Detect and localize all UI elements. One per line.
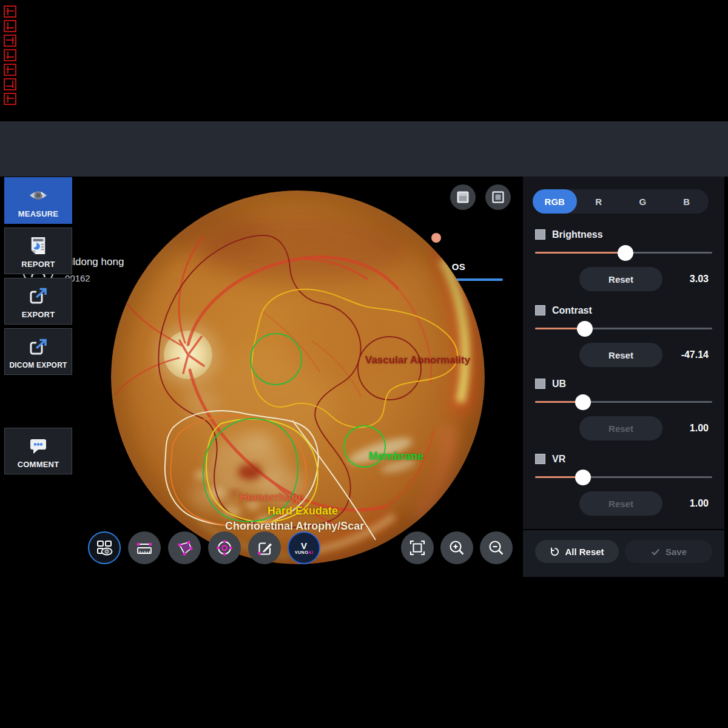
ruler-icon [135,539,153,557]
sidebar-item-measure[interactable]: MEASURE [4,177,72,224]
slider-section-contrast: Contrast Reset -47.14 [535,305,712,372]
slider-fill [535,252,625,254]
tool-length-measure-button[interactable] [128,531,161,564]
ub-checkbox[interactable] [535,379,545,389]
annotation-label-chorioretinal: Chorioretinal Atrophy/Scar [225,520,364,533]
square-frame-icon [491,190,505,204]
export-icon [28,329,49,361]
tool-polygon-roi-button[interactable] [168,531,201,564]
brightness-value: 3.03 [690,267,709,291]
contrast-checkbox[interactable] [535,305,545,315]
channel-tab-g[interactable]: G [621,189,665,214]
save-button[interactable]: Save [625,540,712,563]
fit-screen-button[interactable] [401,531,434,564]
edit-pencil-icon [255,539,274,557]
channel-tab-b[interactable]: B [665,189,709,214]
polygon-icon [175,539,194,557]
all-reset-button[interactable]: All Reset [535,540,619,563]
annotation-label-vascular: Vascular Abnormality [365,354,470,366]
sidebar-item-export[interactable]: EXPORT [4,278,72,325]
overlay-toggle-framed[interactable] [485,184,511,210]
image-marker-dot [431,233,441,243]
slider-section-vr: VR Reset 1.00 [535,454,712,521]
contrast-value: -47.14 [681,343,709,367]
channel-tabs: RGB R G B [533,189,709,214]
vr-slider[interactable] [535,476,712,478]
slider-label: UB [552,379,566,389]
check-icon [650,547,661,557]
zoom-in-icon [448,539,466,557]
zoom-out-button[interactable] [480,531,513,564]
export-icon [28,278,49,310]
adjust-panel: RGB R G B Brightness Reset 3.03 Contrast [523,177,724,529]
slider-label: Brightness [552,229,603,240]
sidebar-item-label: COMMENT [18,460,59,469]
contrast-reset-button[interactable]: Reset [579,343,662,367]
ub-value: 1.00 [690,416,709,440]
reset-circular-arrow-icon [550,547,560,557]
slider-knob[interactable] [618,245,633,261]
ub-slider[interactable] [535,401,712,403]
tool-annotate-edit-button[interactable] [248,531,281,564]
ub-reset-button[interactable]: Reset [579,416,662,440]
annotation-label-hemorrhage: Hemorrhage [240,491,304,504]
sidebar-item-label: MEASURE [18,209,58,218]
sidebar-item-label: REPORT [21,260,55,269]
comment-icon [28,428,49,460]
channel-tab-r[interactable]: R [577,189,621,214]
vuno-v-logo: V [301,542,307,550]
sidebar-item-report[interactable]: REPORT [4,228,72,274]
vuno-brand-label: VUNOAI [295,550,313,554]
square-filled-icon [456,190,470,204]
brightness-reset-button[interactable]: Reset [579,267,662,291]
report-icon [29,228,47,260]
annotation-label-hard-exudate: Hard Exudate [268,505,338,517]
fit-screen-icon [408,539,426,557]
corner-marks [4,5,19,107]
vr-checkbox[interactable] [535,454,545,464]
brightness-slider[interactable] [535,252,712,254]
tool-ellipse-roi-button[interactable] [208,531,241,564]
contrast-slider[interactable] [535,328,712,329]
slider-knob[interactable] [575,470,591,485]
tool-view-mode-button[interactable] [88,531,121,564]
all-reset-label: All Reset [565,547,604,557]
slider-label: VR [552,454,565,465]
channel-tab-rgb[interactable]: RGB [533,189,577,214]
brightness-checkbox[interactable] [535,229,545,240]
slider-label: Contrast [552,305,592,316]
zoom-in-button[interactable] [440,531,473,564]
vr-value: 1.00 [690,491,709,516]
slider-knob[interactable] [575,394,591,410]
vr-reset-button[interactable]: Reset [579,491,662,516]
eye-icon [27,178,49,209]
sidebar-item-dicom-export[interactable]: DICOM EXPORT [4,328,72,375]
tool-vuno-ai-button[interactable]: V VUNOAI [288,531,320,564]
slider-knob[interactable] [577,321,593,337]
header-bar: gildong hong 00162 OD OU OS OD : 21.10.2… [0,121,728,177]
sidebar-item-label: DICOM EXPORT [9,361,67,369]
view-mode-icon [95,539,113,557]
app-root: gildong hong 00162 OD OU OS OD : 21.10.2… [0,0,728,728]
slider-section-brightness: Brightness Reset 3.03 [535,229,712,296]
zoom-out-icon [487,539,505,557]
annotation-label-membrane: Membrane [369,450,423,463]
overlay-toggle-filled[interactable] [450,184,476,210]
panel-footer: All Reset Save [523,530,724,577]
sidebar-item-label: EXPORT [22,310,55,319]
slider-section-ub: UB Reset 1.00 [535,379,712,445]
ellipse-roi-icon [215,539,234,557]
save-label: Save [666,547,687,557]
sidebar-item-comment[interactable]: COMMENT [4,428,72,474]
